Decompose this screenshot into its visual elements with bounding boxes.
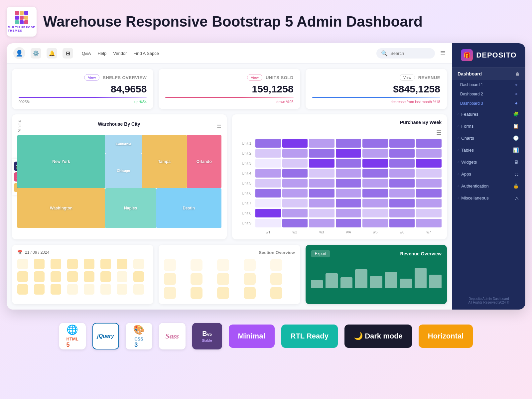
heatmap-cell bbox=[389, 209, 415, 217]
heatmap-row-label: Unit 2 bbox=[237, 151, 254, 155]
stat-value-shelfs: 84,9658 bbox=[19, 83, 147, 95]
stat-footer-units: down %95 bbox=[165, 100, 293, 104]
stat-bar-revenue bbox=[312, 97, 440, 98]
search-bar[interactable]: 🔍 bbox=[376, 48, 435, 59]
minimal-badge[interactable]: Minimal bbox=[229, 325, 275, 348]
sidebar-dot-d1 bbox=[515, 84, 517, 86]
menu-icon-forms: 📋 bbox=[513, 123, 519, 129]
heatmap-cell bbox=[389, 189, 415, 198]
heatmap-cell bbox=[389, 179, 415, 188]
heatmap-cell bbox=[416, 149, 442, 158]
cal-dot bbox=[67, 259, 78, 269]
logo-text: MULTIPURPOSETHEMES bbox=[8, 26, 36, 32]
heatmap-cell bbox=[389, 149, 415, 158]
chevron-left-icon: ‹ bbox=[458, 184, 459, 188]
hamburger-icon[interactable]: ☰ bbox=[440, 50, 446, 57]
heatmap-cell bbox=[309, 169, 334, 178]
revenue-bar bbox=[340, 277, 353, 288]
bootstrap-label: Bv5 bbox=[202, 330, 212, 337]
heatmap-row-label: Unit 4 bbox=[237, 171, 254, 175]
heatmap-cell bbox=[282, 169, 308, 178]
cal-dot bbox=[51, 284, 61, 295]
html5-icon: 🌐 bbox=[66, 324, 78, 335]
right-sidebar: 🎁 DEPOSITO Dashboard 🖥 Dashboard 1 Dashb… bbox=[452, 43, 525, 310]
stat-badge-units[interactable]: View bbox=[247, 74, 262, 81]
revenue-bar bbox=[326, 273, 338, 288]
nav-links: Q&A Help Vendor Find A Sapce bbox=[78, 51, 371, 56]
sidebar-menu-item-tables[interactable]: ‹ Tables 📊 bbox=[452, 144, 525, 156]
heatmap-cell bbox=[362, 189, 388, 198]
heatmap-menu-icon[interactable]: ☰ bbox=[237, 129, 442, 136]
nav-link-vendor[interactable]: Vendor bbox=[113, 51, 127, 56]
tm-orlando: Orlando bbox=[187, 135, 221, 188]
expand-icon[interactable]: ⊞ bbox=[63, 48, 73, 59]
sidebar-item-label-d2: Dashboard 2 bbox=[460, 92, 483, 96]
charts-row: 📷 🖼 📌 Minimal Warehouse By City ☰ New Yo… bbox=[7, 114, 452, 245]
horizontal-badge[interactable]: Horizontal bbox=[419, 325, 473, 348]
heatmap-cell bbox=[389, 219, 415, 227]
calendar-icon: 📅 bbox=[17, 250, 22, 255]
chevron-left-icon: ‹ bbox=[458, 148, 459, 152]
top-header: MULTIPURPOSETHEMES Warehouse Responsive … bbox=[7, 7, 525, 37]
stat-badge-revenue[interactable]: View bbox=[400, 74, 415, 81]
sidebar-menu-item-widgets[interactable]: ‹ Widgets 🖥 bbox=[452, 156, 525, 168]
heatmap-row-label: Unit 9 bbox=[237, 221, 254, 225]
user-avatar[interactable]: 👤 bbox=[13, 47, 25, 59]
calendar-header: 📅 21 / 09 / 2024 bbox=[17, 250, 148, 255]
cal-dot bbox=[67, 271, 78, 282]
sidebar-item-dashboard3[interactable]: Dashboard 3 bbox=[452, 99, 525, 108]
dark-badge[interactable]: 🌙 Dark mode bbox=[344, 325, 412, 348]
heatmap-cell bbox=[255, 159, 281, 168]
sidebar-menu-item-miscellaneous[interactable]: ‹ Miscellaneous △ bbox=[452, 192, 525, 204]
cal-dot bbox=[34, 284, 45, 295]
sidebar-item-dashboard1[interactable]: Dashboard 1 bbox=[452, 80, 525, 89]
settings-icon[interactable]: ⚙️ bbox=[31, 48, 41, 59]
heatmap-cell bbox=[282, 199, 308, 207]
cal-dot bbox=[17, 284, 28, 295]
menu-label: Miscellaneous bbox=[461, 196, 488, 200]
heatmap-col-label: w4 bbox=[336, 230, 361, 234]
search-input[interactable] bbox=[390, 51, 430, 56]
chevron-left-icon: ‹ bbox=[458, 172, 459, 176]
treemap-menu-icon[interactable]: ☰ bbox=[217, 123, 221, 129]
cal-dot bbox=[84, 284, 94, 295]
nav-link-find[interactable]: Find A Sapce bbox=[133, 51, 159, 56]
heatmap-cell bbox=[362, 219, 388, 227]
heatmap-grid: Unit 1Unit 2Unit 3Unit 4Unit 5Unit 6Unit… bbox=[237, 139, 442, 234]
sidebar-menu-item-charts[interactable]: ‹ Charts 🕐 bbox=[452, 132, 525, 144]
tm-destin: Destin bbox=[156, 188, 221, 228]
heatmap-cell bbox=[362, 139, 388, 148]
heatmap-cell bbox=[416, 199, 442, 207]
heatmap-card: Purchase By Week ☰ Unit 1Unit 2Unit 3Uni… bbox=[232, 114, 447, 239]
sidebar-logo: 🎁 DEPOSITO bbox=[452, 43, 525, 67]
rtl-badge[interactable]: RTL Ready bbox=[281, 325, 338, 348]
export-button[interactable]: Export bbox=[311, 250, 331, 257]
nav-link-qa[interactable]: Q&A bbox=[82, 51, 91, 56]
search-icon: 🔍 bbox=[381, 50, 388, 57]
cal-dot bbox=[100, 271, 111, 282]
sidebar-item-dashboard2[interactable]: Dashboard 2 bbox=[452, 89, 525, 99]
stat-badge-shelfs[interactable]: View bbox=[84, 74, 99, 81]
chevron-left-icon: ‹ bbox=[458, 112, 459, 116]
bottom-badges: 🌐 HTML5 jQuery 🎨 CSS3 Sass Bv5 Stable Mi… bbox=[7, 323, 525, 349]
heatmap-cell bbox=[282, 189, 308, 198]
sidebar-menu-item-forms[interactable]: ‹ Forms 📋 bbox=[452, 120, 525, 132]
sidebar-dashboard-section[interactable]: Dashboard 🖥 bbox=[452, 67, 525, 80]
bell-icon[interactable]: 🔔 bbox=[47, 48, 57, 59]
cal-dot bbox=[34, 259, 45, 269]
html5-badge: 🌐 HTML5 bbox=[59, 323, 86, 349]
heatmap-title: Purchase By Week bbox=[237, 120, 442, 125]
sidebar-menu-item-authentication[interactable]: ‹ Authentication 🔒 bbox=[452, 180, 525, 192]
menu-label: Tables bbox=[461, 148, 474, 153]
heatmap-cell bbox=[309, 199, 334, 207]
stat-label-units: UNITS SOLD bbox=[266, 75, 294, 80]
cal-dot bbox=[67, 284, 78, 295]
bootstrap-badge: Bv5 Stable bbox=[192, 323, 222, 349]
sidebar-menu-item-features[interactable]: ‹ Features 🧩 bbox=[452, 108, 525, 120]
sidebar-menu-item-apps[interactable]: ‹ Apps ⚏ bbox=[452, 168, 525, 180]
stat-trend-revenue: decrease from last month %18 bbox=[391, 100, 440, 104]
menu-icon-authentication: 🔒 bbox=[513, 183, 519, 189]
heatmap-cell bbox=[309, 219, 334, 227]
nav-link-help[interactable]: Help bbox=[97, 51, 106, 56]
heatmap-cell bbox=[255, 209, 281, 217]
